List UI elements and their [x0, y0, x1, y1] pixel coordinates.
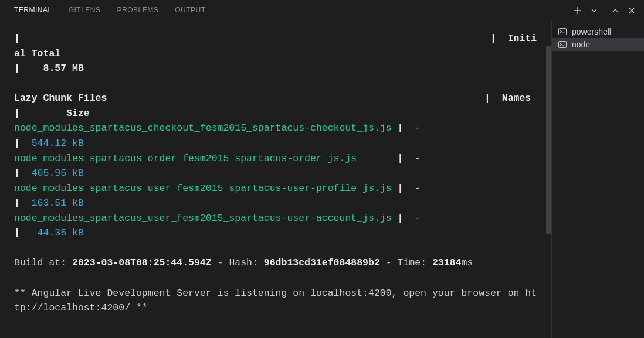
names-header: Names: [502, 93, 531, 104]
build-prefix: Build at:: [14, 257, 72, 268]
sidebar-item-powershell[interactable]: powershell: [552, 25, 644, 38]
build-timestamp: 2023-03-08T08:25:44.594Z: [72, 257, 212, 268]
chunk-file: node_modules_spartacus_user_fesm2015_spa…: [14, 183, 392, 194]
build-sep: - Hash:: [212, 257, 264, 268]
terminal-icon: [558, 40, 567, 49]
terminal-output-area[interactable]: | | Initial Total | 8.57 MB Lazy Chunk F…: [0, 21, 551, 338]
close-panel-button[interactable]: [625, 4, 638, 17]
chunk-dash: -: [415, 153, 421, 164]
sidebar-item-node[interactable]: node: [552, 38, 644, 51]
panel-header-actions: [571, 4, 638, 17]
panel-body: | | Initial Total | 8.57 MB Lazy Chunk F…: [0, 21, 644, 338]
chunk-size: 405.95 kB: [32, 168, 84, 179]
server-listening-line: ** Angular Live Development Server is li…: [14, 288, 537, 314]
terminal-output: | | Initial Total | 8.57 MB Lazy Chunk F…: [0, 21, 551, 338]
terminal-sidebar: powershell node: [551, 21, 644, 338]
panel-tabs: TERMINAL GITLENS PROBLEMS OUTPUT: [14, 1, 571, 19]
build-sep: - Time:: [380, 257, 432, 268]
new-terminal-button[interactable]: [571, 4, 584, 17]
chunk-file: node_modules_spartacus_user_fesm2015_spa…: [14, 213, 392, 224]
tab-gitlens[interactable]: GITLENS: [69, 1, 101, 19]
size-header: Size: [66, 108, 90, 119]
chunk-file: node_modules_spartacus_checkout_fesm2015…: [14, 122, 392, 134]
plus-icon: [573, 6, 582, 15]
tab-terminal[interactable]: TERMINAL: [14, 1, 52, 19]
new-terminal-dropdown-button[interactable]: [588, 4, 601, 17]
build-hash: 96db13cd31ef084889b2: [264, 257, 380, 268]
terminal-scrollbar[interactable]: [545, 21, 551, 338]
chunk-file: node_modules_spartacus_order_fesm2015_sp…: [14, 153, 357, 164]
sidebar-item-label: powershell: [572, 27, 611, 36]
tab-problems[interactable]: PROBLEMS: [117, 1, 159, 19]
chevron-down-icon: [591, 7, 598, 14]
chunk-size: 544.12 kB: [32, 138, 84, 149]
maximize-panel-button[interactable]: [609, 4, 622, 17]
chunk-size: 44.35 kB: [32, 227, 84, 238]
lazy-chunk-header: Lazy Chunk Files: [14, 93, 107, 104]
chunk-size: 163.51 kB: [32, 197, 84, 209]
chunk-dash: -: [415, 183, 421, 194]
build-time: 23184: [432, 257, 462, 268]
tab-output[interactable]: OUTPUT: [175, 1, 205, 19]
chunk-dash: -: [415, 122, 421, 134]
svg-rect-0: [559, 29, 567, 35]
close-icon: [628, 6, 636, 15]
sidebar-item-label: node: [572, 40, 590, 49]
svg-rect-1: [559, 42, 567, 48]
chevron-up-icon: [611, 6, 619, 15]
panel-header: TERMINAL GITLENS PROBLEMS OUTPUT: [0, 0, 644, 21]
build-ms: ms: [461, 257, 473, 268]
chunk-dash: -: [415, 213, 421, 224]
scrollbar-thumb[interactable]: [546, 46, 551, 234]
initial-total-size: 8.57 MB: [43, 63, 84, 74]
terminal-icon: [558, 27, 567, 36]
initial-total-label: Initial Total: [14, 33, 537, 59]
